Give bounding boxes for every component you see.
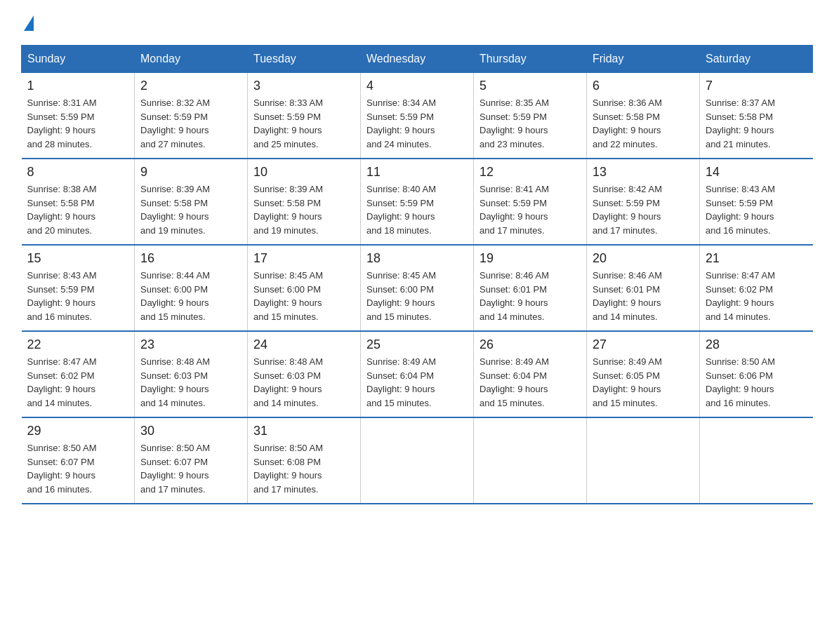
calendar-week-row: 8 Sunrise: 8:38 AMSunset: 5:58 PMDayligh… [22,159,813,245]
calendar-week-row: 22 Sunrise: 8:47 AMSunset: 6:02 PMDaylig… [22,331,813,417]
day-info: Sunrise: 8:38 AMSunset: 5:58 PMDaylight:… [27,182,129,237]
calendar-week-row: 15 Sunrise: 8:43 AMSunset: 5:59 PMDaylig… [22,245,813,331]
header-monday: Monday [135,46,248,73]
day-info: Sunrise: 8:31 AMSunset: 5:59 PMDaylight:… [27,96,129,151]
day-info: Sunrise: 8:49 AMSunset: 6:04 PMDaylight:… [479,355,581,410]
calendar-cell: 15 Sunrise: 8:43 AMSunset: 5:59 PMDaylig… [22,245,135,331]
calendar-cell: 31 Sunrise: 8:50 AMSunset: 6:08 PMDaylig… [248,417,361,504]
calendar-table: SundayMondayTuesdayWednesdayThursdayFrid… [21,45,813,504]
day-number: 19 [479,251,581,266]
calendar-cell: 16 Sunrise: 8:44 AMSunset: 6:00 PMDaylig… [135,245,248,331]
calendar-week-row: 29 Sunrise: 8:50 AMSunset: 6:07 PMDaylig… [22,417,813,504]
calendar-cell: 11 Sunrise: 8:40 AMSunset: 5:59 PMDaylig… [361,159,474,245]
calendar-cell: 5 Sunrise: 8:35 AMSunset: 5:59 PMDayligh… [474,73,587,159]
day-info: Sunrise: 8:43 AMSunset: 5:59 PMDaylight:… [27,269,129,323]
calendar-cell: 26 Sunrise: 8:49 AMSunset: 6:04 PMDaylig… [474,331,587,417]
calendar-header-row: SundayMondayTuesdayWednesdayThursdayFrid… [22,46,813,73]
calendar-cell: 12 Sunrise: 8:41 AMSunset: 5:59 PMDaylig… [474,159,587,245]
day-info: Sunrise: 8:45 AMSunset: 6:00 PMDaylight:… [253,269,355,323]
calendar-cell: 23 Sunrise: 8:48 AMSunset: 6:03 PMDaylig… [135,331,248,417]
logo-triangle-icon [24,15,34,31]
logo [21,14,34,31]
day-number: 9 [140,165,241,180]
day-info: Sunrise: 8:41 AMSunset: 5:59 PMDaylight:… [479,182,581,237]
calendar-cell: 21 Sunrise: 8:47 AMSunset: 6:02 PMDaylig… [700,245,813,331]
calendar-cell: 4 Sunrise: 8:34 AMSunset: 5:59 PMDayligh… [361,73,474,159]
calendar-cell: 30 Sunrise: 8:50 AMSunset: 6:07 PMDaylig… [135,417,248,504]
calendar-cell [474,417,587,504]
calendar-cell: 2 Sunrise: 8:32 AMSunset: 5:59 PMDayligh… [135,73,248,159]
day-number: 21 [706,251,807,266]
day-number: 3 [253,79,355,93]
calendar-cell [361,417,474,504]
day-number: 4 [366,79,468,93]
day-number: 7 [706,79,807,93]
calendar-week-row: 1 Sunrise: 8:31 AMSunset: 5:59 PMDayligh… [22,73,813,159]
day-number: 17 [253,251,355,266]
day-number: 14 [706,165,807,180]
day-info: Sunrise: 8:48 AMSunset: 6:03 PMDaylight:… [253,355,355,410]
day-number: 31 [253,424,355,438]
day-number: 23 [140,337,241,352]
day-number: 25 [366,337,468,352]
day-number: 30 [140,424,241,438]
calendar-cell: 17 Sunrise: 8:45 AMSunset: 6:00 PMDaylig… [248,245,361,331]
day-number: 5 [479,79,581,93]
day-number: 8 [27,165,129,180]
day-info: Sunrise: 8:43 AMSunset: 5:59 PMDaylight:… [706,182,807,237]
day-number: 29 [27,424,129,438]
day-info: Sunrise: 8:47 AMSunset: 6:02 PMDaylight:… [706,269,807,323]
day-number: 12 [479,165,581,180]
day-info: Sunrise: 8:46 AMSunset: 6:01 PMDaylight:… [593,269,694,323]
calendar-cell [700,417,813,504]
day-info: Sunrise: 8:50 AMSunset: 6:06 PMDaylight:… [706,355,807,410]
header-thursday: Thursday [474,46,587,73]
day-number: 13 [593,165,694,180]
day-number: 6 [593,79,694,93]
day-number: 27 [593,337,694,352]
day-info: Sunrise: 8:50 AMSunset: 6:07 PMDaylight:… [140,441,241,496]
calendar-cell: 1 Sunrise: 8:31 AMSunset: 5:59 PMDayligh… [22,73,135,159]
day-info: Sunrise: 8:49 AMSunset: 6:04 PMDaylight:… [366,355,468,410]
calendar-cell: 29 Sunrise: 8:50 AMSunset: 6:07 PMDaylig… [22,417,135,504]
day-number: 24 [253,337,355,352]
day-info: Sunrise: 8:44 AMSunset: 6:00 PMDaylight:… [140,269,241,323]
calendar-cell: 28 Sunrise: 8:50 AMSunset: 6:06 PMDaylig… [700,331,813,417]
logo-text [21,14,34,31]
calendar-cell: 13 Sunrise: 8:42 AMSunset: 5:59 PMDaylig… [587,159,700,245]
calendar-cell: 7 Sunrise: 8:37 AMSunset: 5:58 PMDayligh… [700,73,813,159]
day-number: 1 [27,79,129,93]
calendar-cell: 24 Sunrise: 8:48 AMSunset: 6:03 PMDaylig… [248,331,361,417]
header-friday: Friday [587,46,700,73]
day-info: Sunrise: 8:36 AMSunset: 5:58 PMDaylight:… [593,96,694,151]
day-info: Sunrise: 8:34 AMSunset: 5:59 PMDaylight:… [366,96,468,151]
calendar-cell: 18 Sunrise: 8:45 AMSunset: 6:00 PMDaylig… [361,245,474,331]
day-number: 2 [140,79,241,93]
day-info: Sunrise: 8:50 AMSunset: 6:08 PMDaylight:… [253,441,355,496]
day-info: Sunrise: 8:45 AMSunset: 6:00 PMDaylight:… [366,269,468,323]
page-header [21,14,813,31]
calendar-cell: 9 Sunrise: 8:39 AMSunset: 5:58 PMDayligh… [135,159,248,245]
day-info: Sunrise: 8:49 AMSunset: 6:05 PMDaylight:… [593,355,694,410]
day-number: 11 [366,165,468,180]
day-info: Sunrise: 8:39 AMSunset: 5:58 PMDaylight:… [140,182,241,237]
day-number: 26 [479,337,581,352]
day-info: Sunrise: 8:47 AMSunset: 6:02 PMDaylight:… [27,355,129,410]
day-info: Sunrise: 8:35 AMSunset: 5:59 PMDaylight:… [479,96,581,151]
day-number: 20 [593,251,694,266]
day-number: 28 [706,337,807,352]
calendar-cell: 10 Sunrise: 8:39 AMSunset: 5:58 PMDaylig… [248,159,361,245]
day-number: 18 [366,251,468,266]
calendar-cell: 14 Sunrise: 8:43 AMSunset: 5:59 PMDaylig… [700,159,813,245]
calendar-cell: 20 Sunrise: 8:46 AMSunset: 6:01 PMDaylig… [587,245,700,331]
day-number: 10 [253,165,355,180]
header-saturday: Saturday [700,46,813,73]
calendar-cell: 27 Sunrise: 8:49 AMSunset: 6:05 PMDaylig… [587,331,700,417]
calendar-cell: 3 Sunrise: 8:33 AMSunset: 5:59 PMDayligh… [248,73,361,159]
header-sunday: Sunday [22,46,135,73]
header-tuesday: Tuesday [248,46,361,73]
day-info: Sunrise: 8:37 AMSunset: 5:58 PMDaylight:… [706,96,807,151]
day-info: Sunrise: 8:33 AMSunset: 5:59 PMDaylight:… [253,96,355,151]
day-info: Sunrise: 8:42 AMSunset: 5:59 PMDaylight:… [593,182,694,237]
day-number: 15 [27,251,129,266]
